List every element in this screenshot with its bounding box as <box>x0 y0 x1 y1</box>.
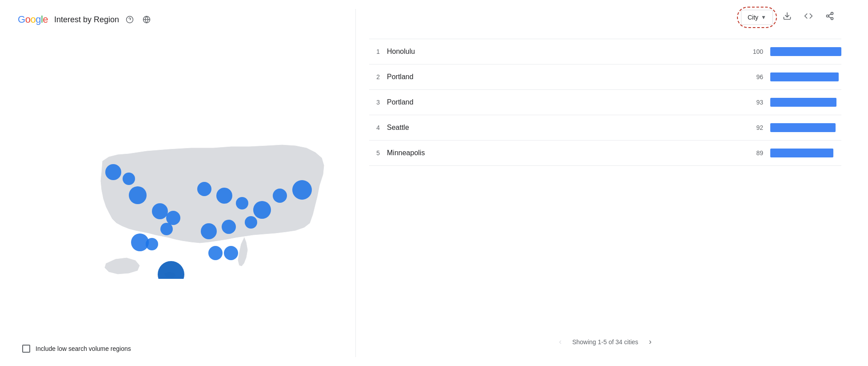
low-volume-checkbox[interactable] <box>22 345 30 353</box>
svg-point-9 <box>236 197 248 209</box>
svg-line-28 <box>828 16 831 18</box>
svg-point-20 <box>245 216 257 229</box>
bar-container <box>770 123 841 132</box>
google-logo: Google <box>18 14 48 25</box>
city-name: Portland <box>387 73 738 81</box>
interest-bar <box>770 98 836 107</box>
left-panel: Google Interest by Region <box>18 9 351 357</box>
svg-point-10 <box>253 201 271 219</box>
svg-point-14 <box>166 211 180 225</box>
share-icon[interactable] <box>823 9 837 25</box>
pagination: ‹ Showing 1-5 of 34 cities › <box>369 326 841 357</box>
svg-point-13 <box>152 203 168 219</box>
svg-point-21 <box>208 246 223 260</box>
rank-number: 5 <box>369 149 380 157</box>
city-name: Minneapolis <box>387 149 738 157</box>
svg-point-15 <box>160 223 173 235</box>
svg-point-12 <box>292 180 312 200</box>
right-panel: City ▼ <box>360 9 850 357</box>
svg-point-17 <box>146 238 158 250</box>
svg-point-6 <box>129 186 147 204</box>
svg-point-11 <box>273 189 287 203</box>
interest-bar <box>770 72 839 81</box>
rank-number: 1 <box>369 48 380 55</box>
svg-point-5 <box>123 173 135 185</box>
svg-point-22 <box>224 246 238 260</box>
svg-line-29 <box>828 14 831 15</box>
score-value: 89 <box>745 149 763 157</box>
score-value: 100 <box>745 48 763 55</box>
table-row: 3 Portland 93 <box>369 90 841 115</box>
checkbox-area: Include low search volume regions <box>18 345 351 353</box>
score-value: 92 <box>745 124 763 131</box>
score-value: 93 <box>745 99 763 106</box>
bar-container <box>770 98 841 107</box>
table-row: 5 Minneapolis 89 <box>369 141 841 166</box>
rank-number: 2 <box>369 73 380 80</box>
rank-number: 3 <box>369 99 380 106</box>
top-controls: City ▼ <box>369 9 841 25</box>
svg-point-4 <box>105 164 121 180</box>
city-dropdown[interactable]: City ▼ <box>741 10 773 25</box>
table-row: 2 Portland 96 <box>369 64 841 90</box>
panel-divider <box>355 9 356 357</box>
svg-point-7 <box>197 182 211 196</box>
download-icon[interactable] <box>780 9 794 25</box>
interest-bar <box>770 123 836 132</box>
section-title: Interest by Region <box>54 15 119 24</box>
svg-point-19 <box>222 220 236 234</box>
globe-icon-button[interactable] <box>140 13 153 26</box>
next-page-button[interactable]: › <box>645 335 655 348</box>
svg-point-23 <box>158 261 184 279</box>
city-name: Portland <box>387 98 738 106</box>
help-icon-button[interactable] <box>123 13 136 26</box>
pagination-text: Showing 1-5 of 34 cities <box>572 338 638 346</box>
header: Google Interest by Region <box>18 13 351 26</box>
interest-bar <box>770 47 841 56</box>
bar-container <box>770 72 841 81</box>
bar-container <box>770 47 841 56</box>
city-name: Honolulu <box>387 48 738 56</box>
svg-point-8 <box>216 188 232 204</box>
checkbox-label: Include low search volume regions <box>36 345 131 352</box>
data-list: 1 Honolulu 100 2 Portland 96 3 Portland … <box>369 39 841 326</box>
rank-number: 4 <box>369 124 380 131</box>
bar-container <box>770 149 841 157</box>
city-name: Seattle <box>387 124 738 132</box>
interest-bar <box>770 149 833 157</box>
prev-page-button[interactable]: ‹ <box>555 335 565 348</box>
table-row: 4 Seattle 92 <box>369 115 841 141</box>
score-value: 96 <box>745 73 763 80</box>
embed-icon[interactable] <box>801 9 816 25</box>
table-row: 1 Honolulu 100 <box>369 39 841 64</box>
dropdown-arrow-icon: ▼ <box>761 14 766 20</box>
svg-point-18 <box>201 223 217 239</box>
city-dropdown-label: City <box>748 14 758 21</box>
map-area <box>18 35 351 336</box>
us-map <box>40 92 329 279</box>
